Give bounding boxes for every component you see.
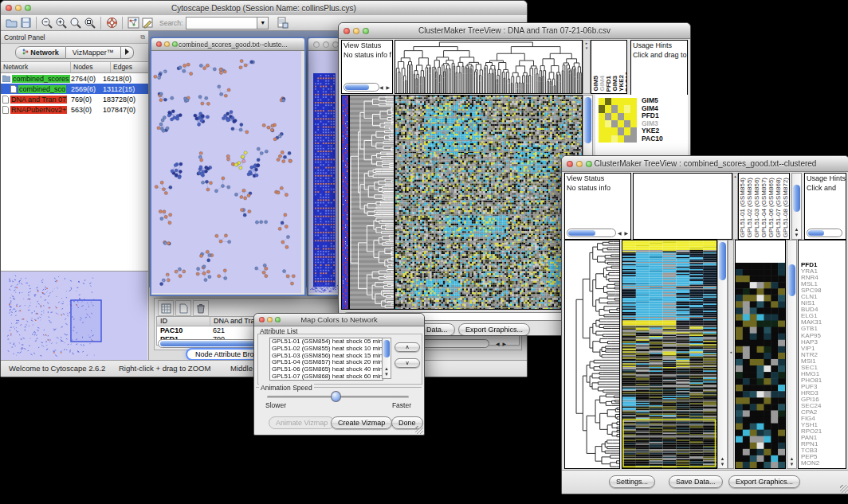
gene-label[interactable]: MON2 [801, 460, 822, 467]
tv1-heatmap[interactable] [395, 95, 583, 310]
resize-grip[interactable] [840, 485, 848, 493]
tv2-settings-button[interactable]: Settings... [609, 475, 655, 488]
create-vizmap-button[interactable]: Create Vizmap [331, 416, 392, 429]
data-col-id[interactable]: ID [157, 317, 210, 326]
animation-speed-label: Animation Speed [259, 384, 314, 392]
close-icon[interactable] [567, 161, 573, 167]
zoom-window-icon[interactable] [363, 28, 369, 34]
matrix-cell [605, 120, 611, 127]
matrix-cell [618, 113, 624, 120]
toolbar-separator [122, 17, 123, 29]
col-nodes[interactable]: Nodes [71, 62, 111, 72]
tv1-row-label-list: GIM5GIM4PFD1GIM3YKE2PAC10 [642, 97, 663, 143]
tv1-similarity-matrix[interactable] [599, 98, 637, 143]
tv2-pane-arrow-strip[interactable]: ▴ [732, 173, 738, 240]
tv2-row-dendrogram[interactable] [564, 240, 620, 469]
network-view-window-1: combined_scores_good.txt--cluste... [150, 37, 306, 296]
zoom-out-icon[interactable] [40, 16, 54, 30]
network-table-row[interactable]: RNAPuberNov2+563(0)107847(0) [1, 104, 148, 115]
minimize-icon[interactable] [576, 161, 583, 167]
scroll-arrows[interactable]: ▲▼ [792, 227, 801, 238]
zoom-fit-icon[interactable] [83, 16, 97, 30]
tv1-status-scrollbar[interactable] [344, 83, 379, 92]
search-input[interactable] [186, 17, 257, 29]
tv1-column-dendrogram[interactable] [395, 40, 583, 94]
close-icon[interactable] [6, 5, 12, 11]
scroll-arrows[interactable]: ▲▼ [787, 456, 796, 467]
zoom-in-icon[interactable] [54, 16, 69, 30]
close-icon[interactable] [313, 41, 320, 48]
scroll-arrows[interactable]: ▲▼ [383, 366, 391, 377]
tv2-zoom-heatmap-panel[interactable] [735, 240, 786, 469]
delete-attribute-icon[interactable] [193, 300, 209, 316]
tv1-pane-arrow-strip[interactable]: ▸▾ [583, 40, 591, 94]
tv2-zoom-vscrollbar[interactable]: ▲▼ [787, 240, 797, 469]
attribute-item[interactable]: GPL51-07 (GSM868) heat shock 60 min [272, 373, 383, 381]
scroll-arrows[interactable]: ◀ ▶ [618, 229, 629, 237]
tv1-export-graphics-button[interactable]: Export Graphics... [458, 323, 530, 336]
minimize-icon[interactable] [353, 28, 359, 34]
tv2-export-graphics-button[interactable]: Export Graphics... [728, 475, 800, 488]
matrix-cell [630, 98, 637, 105]
tv2-hints-scrollbar[interactable] [807, 229, 842, 237]
tv1-row-dendrogram[interactable] [349, 95, 395, 310]
col-network[interactable]: Network [1, 62, 71, 72]
matrix-cell [599, 135, 605, 143]
search-dropdown-button[interactable]: ▼ [257, 17, 269, 29]
help-lifebuoy-icon[interactable] [104, 16, 119, 30]
zoom-window-icon[interactable] [275, 317, 281, 322]
save-icon[interactable] [18, 16, 33, 30]
zoom-window-icon[interactable] [172, 41, 178, 47]
open-file-icon[interactable] [4, 16, 18, 30]
matrix-cell [611, 135, 618, 143]
tv2-column-dendrogram[interactable] [633, 173, 732, 240]
tab-network[interactable]: Network [15, 46, 66, 59]
network-table-row[interactable]: combined_scores2764(0)16218(0) [1, 73, 148, 84]
network-canvas-1[interactable] [151, 51, 301, 293]
close-icon[interactable] [344, 28, 350, 34]
speed-slider-thumb[interactable] [331, 391, 341, 402]
move-down-button[interactable]: ∨ [395, 358, 420, 368]
network-table-row[interactable]: combined_sco2569(6)13112(15) [1, 84, 148, 94]
scroll-arrows[interactable]: ▲▼ [718, 456, 727, 467]
tv2-status-scrollbar[interactable] [567, 229, 616, 237]
minimize-icon[interactable] [164, 41, 170, 47]
attribute-list-vscrollbar[interactable]: ▲▼ [382, 338, 391, 379]
scroll-arrows[interactable]: ◀ ▶ [496, 340, 507, 348]
tv2-heatmap[interactable] [622, 240, 717, 469]
network-table-row[interactable]: DNA and Tran 07769(0)183728(0) [1, 94, 148, 104]
close-icon[interactable] [156, 41, 162, 47]
attribute-select-icon[interactable] [158, 300, 174, 316]
tv2-gene-list-panel: PFD1YRA1RNR4MSL1SPC98CLN1NIS1BUD4ELG1MAK… [798, 240, 846, 469]
scroll-arrows[interactable]: ◀ ▶ [379, 84, 391, 92]
close-icon[interactable] [259, 317, 265, 322]
minimize-icon[interactable] [323, 41, 329, 48]
move-up-button[interactable]: ∧ [395, 342, 420, 352]
minimize-icon[interactable] [15, 5, 22, 11]
zoom-selected-icon[interactable] [69, 16, 83, 30]
col-edges[interactable]: Edges [111, 62, 148, 72]
tv2-save-data-button[interactable]: Save Data... [669, 475, 723, 488]
tv2-heatmap-vscrollbar[interactable]: ▲▼ [717, 240, 728, 469]
new-attribute-icon[interactable] [175, 300, 191, 316]
tv2-split-divider[interactable]: ◂ [728, 240, 734, 469]
cell-id: PAC10 [157, 326, 210, 335]
animate-vizmap-button[interactable]: Animate Vizmap [269, 416, 335, 429]
tab-vizmapper[interactable]: VizMapper™ [66, 46, 121, 59]
matrix-cell [630, 113, 637, 120]
attribute-listbox[interactable]: GPL51-01 (GSM854) heat shock 05 minGPL51… [269, 338, 383, 381]
tv2-labels-vscrollbar[interactable]: ▲▼ [791, 173, 802, 240]
tabs-more-button[interactable] [121, 46, 134, 59]
minimize-icon[interactable] [267, 317, 273, 322]
status-right-click: Right-click + drag to ZOOM [119, 364, 210, 373]
network-overview-panel[interactable] [1, 271, 148, 361]
main-titlebar[interactable]: Cytoscape Desktop (Session Name: collins… [1, 1, 527, 16]
network-overview-canvas[interactable] [1, 272, 147, 360]
zoom-window-icon[interactable] [25, 5, 31, 11]
import-table-icon[interactable] [275, 16, 289, 30]
network-overview-icon[interactable] [126, 16, 140, 30]
float-panel-icon[interactable]: ⧉ [140, 33, 145, 41]
annotation-icon[interactable] [140, 16, 155, 30]
resize-grip[interactable] [415, 426, 423, 434]
zoom-window-icon[interactable] [586, 161, 592, 167]
